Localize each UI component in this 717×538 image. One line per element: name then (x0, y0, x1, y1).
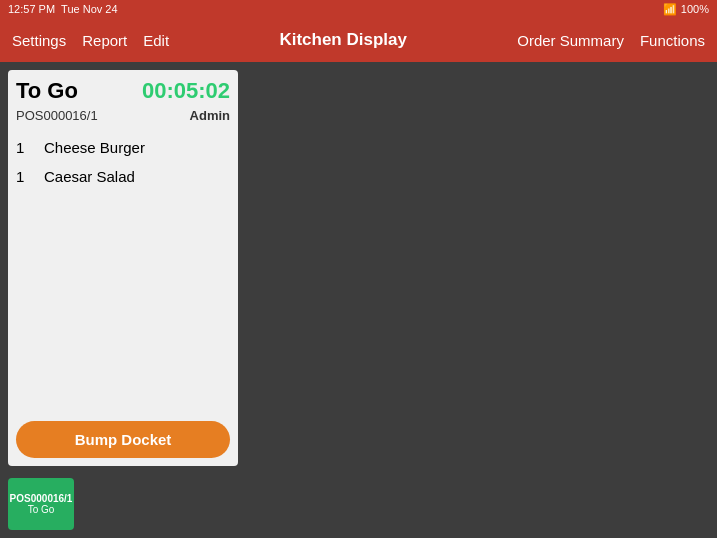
order-card: To Go 00:05:02 POS000016/1 Admin 1 Chees… (8, 70, 238, 466)
nav-title: Kitchen Display (169, 30, 517, 50)
status-bar: 12:57 PM Tue Nov 24 📶 100% (0, 0, 717, 18)
nav-order-summary[interactable]: Order Summary (517, 32, 624, 49)
mini-card-label: To Go (28, 504, 55, 515)
mini-card-pos: POS000016/1 (10, 493, 73, 504)
card-subheader: POS000016/1 Admin (16, 108, 230, 123)
bump-docket-button[interactable]: Bump Docket (16, 421, 230, 458)
nav-left: Settings Report Edit (12, 32, 169, 49)
battery-text: 100% (681, 3, 709, 15)
nav-right: Order Summary Functions (517, 32, 705, 49)
nav-report[interactable]: Report (82, 32, 127, 49)
main-content: To Go 00:05:02 POS000016/1 Admin 1 Chees… (0, 62, 717, 538)
item-qty-1: 1 (16, 139, 36, 156)
mini-order-card[interactable]: POS000016/1 To Go (8, 478, 74, 530)
status-left: 12:57 PM Tue Nov 24 (8, 3, 118, 15)
nav-edit[interactable]: Edit (143, 32, 169, 49)
card-timer: 00:05:02 (142, 78, 230, 104)
order-item: 1 Caesar Salad (16, 162, 230, 191)
nav-settings[interactable]: Settings (12, 32, 66, 49)
card-pos-number: POS000016/1 (16, 108, 98, 123)
status-time: 12:57 PM (8, 3, 55, 15)
nav-functions[interactable]: Functions (640, 32, 705, 49)
wifi-icon: 📶 (663, 3, 677, 16)
card-title: To Go (16, 78, 78, 104)
card-items-list: 1 Cheese Burger 1 Caesar Salad (16, 133, 230, 413)
card-staff: Admin (190, 108, 230, 123)
item-name-1: Cheese Burger (44, 139, 145, 156)
nav-bar: Settings Report Edit Kitchen Display Ord… (0, 18, 717, 62)
item-qty-2: 1 (16, 168, 36, 185)
order-item: 1 Cheese Burger (16, 133, 230, 162)
status-day: Tue Nov 24 (61, 3, 117, 15)
status-right: 📶 100% (663, 3, 709, 16)
card-header: To Go 00:05:02 (16, 78, 230, 104)
item-name-2: Caesar Salad (44, 168, 135, 185)
